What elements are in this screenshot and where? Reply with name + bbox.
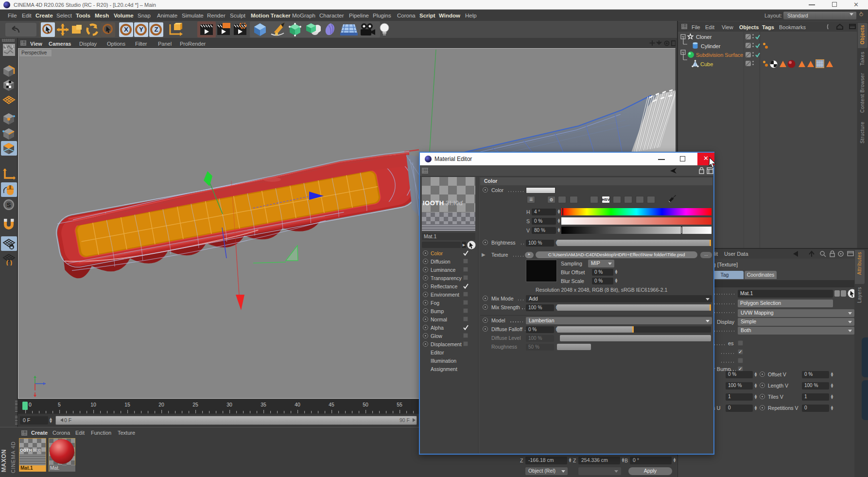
svg-text:40: 40: [295, 402, 300, 407]
svg-text:15: 15: [124, 402, 130, 407]
svg-text:5: 5: [58, 402, 61, 407]
svg-text:0: 0: [29, 402, 32, 407]
svg-text:35: 35: [260, 402, 266, 407]
svg-text:20: 20: [158, 402, 164, 407]
svg-text:25: 25: [192, 402, 198, 407]
svg-text:S: S: [7, 201, 11, 209]
svg-text:55: 55: [397, 402, 402, 407]
svg-text:30: 30: [226, 402, 232, 407]
svg-text:( ): ( ): [6, 259, 12, 265]
svg-text:50: 50: [363, 402, 368, 407]
svg-text:10: 10: [90, 402, 96, 407]
svg-text:45: 45: [329, 402, 334, 407]
